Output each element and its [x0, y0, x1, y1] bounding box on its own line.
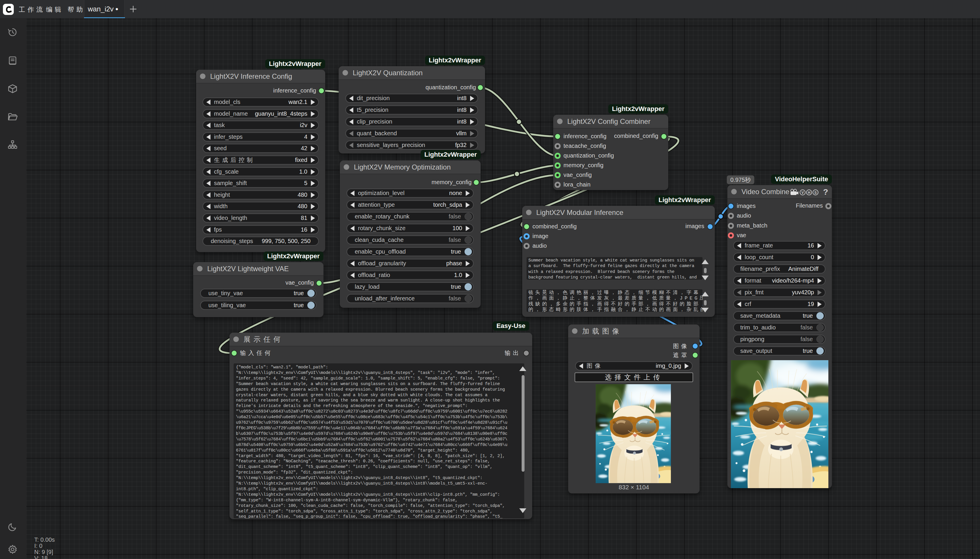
svg-text:V: V — [802, 191, 804, 195]
svg-text:H: H — [808, 191, 810, 195]
svg-text:S: S — [814, 191, 817, 195]
